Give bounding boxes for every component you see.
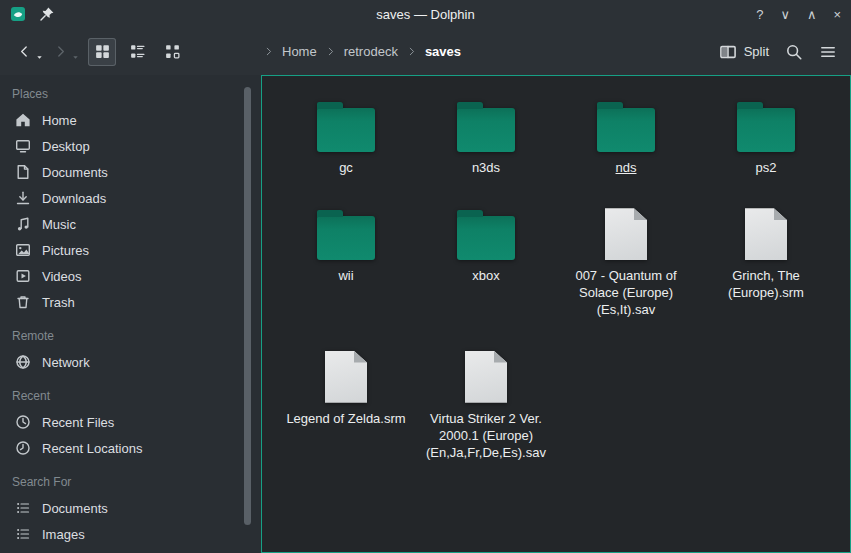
file-virtua-striker-2-ver-2000-1-europe-en-ja[interactable]: Virtua Striker 2 Ver. 2000.1 (Europe) (E… bbox=[420, 343, 552, 461]
sidebar-item-network[interactable]: Network bbox=[0, 349, 261, 375]
item-label: xbox bbox=[472, 267, 499, 284]
folder-nds[interactable]: nds bbox=[560, 92, 692, 176]
sidebar-item-label: Network bbox=[42, 355, 90, 370]
breadcrumb-item-home[interactable]: Home bbox=[281, 44, 318, 59]
sidebar-item-recent-files[interactable]: Recent Files bbox=[0, 409, 261, 435]
close-button[interactable]: × bbox=[833, 8, 841, 21]
item-label: wii bbox=[338, 267, 353, 284]
list-icon bbox=[15, 500, 31, 516]
folder-icon bbox=[737, 92, 795, 152]
file-007-quantum-of-solace-europe-es-it-sav[interactable]: 007 - Quantum of Solace (Europe) (Es,It)… bbox=[560, 200, 692, 318]
folder-gc[interactable]: gc bbox=[280, 92, 412, 176]
sidebar-item-desktop[interactable]: Desktop bbox=[0, 133, 261, 159]
sidebar-item-downloads[interactable]: Downloads bbox=[0, 185, 261, 211]
item-label: n3ds bbox=[472, 159, 500, 176]
pin-icon[interactable] bbox=[39, 6, 55, 22]
list-icon bbox=[15, 526, 31, 542]
sidebar-item-label: Trash bbox=[42, 295, 75, 310]
folder-icon bbox=[317, 200, 375, 260]
sidebar-item-audio[interactable]: Audio bbox=[0, 547, 261, 553]
sidebar-item-label: Pictures bbox=[42, 243, 89, 258]
folder-xbox[interactable]: xbox bbox=[420, 200, 552, 284]
desktop-icon bbox=[15, 138, 31, 154]
sidebar-item-images[interactable]: Images bbox=[0, 521, 261, 547]
folder-wii[interactable]: wii bbox=[280, 200, 412, 284]
file-icon bbox=[325, 343, 367, 403]
folder-icon bbox=[317, 92, 375, 152]
folder-n3ds[interactable]: n3ds bbox=[420, 92, 552, 176]
forward-arrow-icon bbox=[53, 44, 68, 59]
dolphin-app-icon[interactable] bbox=[10, 6, 26, 22]
back-arrow-icon bbox=[17, 44, 32, 59]
toolbar-right: Split bbox=[719, 43, 851, 61]
item-label: ps2 bbox=[756, 159, 777, 176]
file-grinch-the-europe-srm[interactable]: Grinch, The (Europe).srm bbox=[700, 200, 832, 301]
forward-button[interactable] bbox=[48, 40, 72, 64]
trash-icon bbox=[15, 294, 31, 310]
icons-view-icon bbox=[94, 43, 111, 60]
titlebar: saves — Dolphin ?∨∧× bbox=[0, 0, 851, 28]
sidebar-item-trash[interactable]: Trash bbox=[0, 289, 261, 315]
split-label: Split bbox=[744, 44, 769, 59]
pictures-icon bbox=[15, 242, 31, 258]
minimize-button[interactable]: ∨ bbox=[780, 8, 790, 21]
split-button[interactable]: Split bbox=[719, 43, 769, 61]
breadcrumb-item-saves[interactable]: saves bbox=[424, 44, 462, 59]
network-icon bbox=[15, 354, 31, 370]
window-controls: ?∨∧× bbox=[756, 8, 841, 21]
breadcrumb-item-retrodeck[interactable]: retrodeck bbox=[343, 44, 399, 59]
sidebar-item-documents[interactable]: Documents bbox=[0, 495, 261, 521]
sidebar-item-label: Images bbox=[42, 527, 85, 542]
item-label: gc bbox=[339, 159, 353, 176]
tree-view-icon bbox=[164, 43, 181, 60]
folder-icon bbox=[457, 92, 515, 152]
folder-view: gcn3dsndsps2wiixbox007 - Quantum of Sola… bbox=[261, 75, 851, 553]
file-legend-of-zelda-srm[interactable]: Legend of Zelda.srm bbox=[280, 343, 412, 427]
download-icon bbox=[15, 190, 31, 206]
sidebar-item-recent-locations[interactable]: Recent Locations bbox=[0, 435, 261, 461]
videos-icon bbox=[15, 268, 31, 284]
sidebar-item-label: Downloads bbox=[42, 191, 106, 206]
hamburger-menu-icon bbox=[819, 43, 837, 61]
sidebar-item-label: Desktop bbox=[42, 139, 90, 154]
sidebar-item-home[interactable]: Home bbox=[0, 107, 261, 133]
folder-ps2[interactable]: ps2 bbox=[700, 92, 832, 176]
details-view-icon bbox=[129, 43, 146, 60]
file-icon bbox=[465, 343, 507, 403]
chevron-right-icon bbox=[325, 46, 336, 57]
places-panel: PlacesHomeDesktopDocumentsDownloadsMusic… bbox=[0, 75, 261, 553]
tree-view-button[interactable] bbox=[158, 38, 186, 66]
chevron-right-icon bbox=[406, 46, 417, 57]
item-label: Virtua Striker 2 Ver. 2000.1 (Europe) (E… bbox=[424, 410, 548, 461]
help-button[interactable]: ? bbox=[756, 8, 763, 21]
file-icon bbox=[605, 200, 647, 260]
chevron-right-icon bbox=[263, 46, 274, 57]
sidebar-item-videos[interactable]: Videos bbox=[0, 263, 261, 289]
sidebar-item-label: Videos bbox=[42, 269, 82, 284]
search-button[interactable] bbox=[785, 43, 803, 61]
sidebar-section-recent: Recent bbox=[0, 381, 261, 409]
sidebar-item-label: Recent Locations bbox=[42, 441, 142, 456]
sidebar-item-pictures[interactable]: Pictures bbox=[0, 237, 261, 263]
sidebar-item-label: Recent Files bbox=[42, 415, 114, 430]
item-label: nds bbox=[616, 159, 637, 176]
maximize-button[interactable]: ∧ bbox=[807, 8, 817, 21]
sidebar-sections: PlacesHomeDesktopDocumentsDownloadsMusic… bbox=[0, 79, 261, 553]
sidebar-item-label: Music bbox=[42, 217, 76, 232]
sidebar-section-places: Places bbox=[0, 79, 261, 107]
folder-icon bbox=[597, 92, 655, 152]
sidebar-section-remote: Remote bbox=[0, 321, 261, 349]
sidebar-section-search-for: Search For bbox=[0, 467, 261, 495]
sidebar-item-music[interactable]: Music bbox=[0, 211, 261, 237]
sidebar-item-documents[interactable]: Documents bbox=[0, 159, 261, 185]
split-icon bbox=[719, 43, 737, 61]
back-button[interactable] bbox=[12, 40, 36, 64]
document-icon bbox=[15, 164, 31, 180]
menu-button[interactable] bbox=[819, 43, 837, 61]
window-title: saves — Dolphin bbox=[0, 7, 851, 22]
icons-view-button[interactable] bbox=[88, 38, 116, 66]
folder-icon bbox=[457, 200, 515, 260]
sidebar-scrollbar[interactable] bbox=[244, 87, 251, 525]
item-label: Legend of Zelda.srm bbox=[286, 410, 405, 427]
details-view-button[interactable] bbox=[123, 38, 151, 66]
